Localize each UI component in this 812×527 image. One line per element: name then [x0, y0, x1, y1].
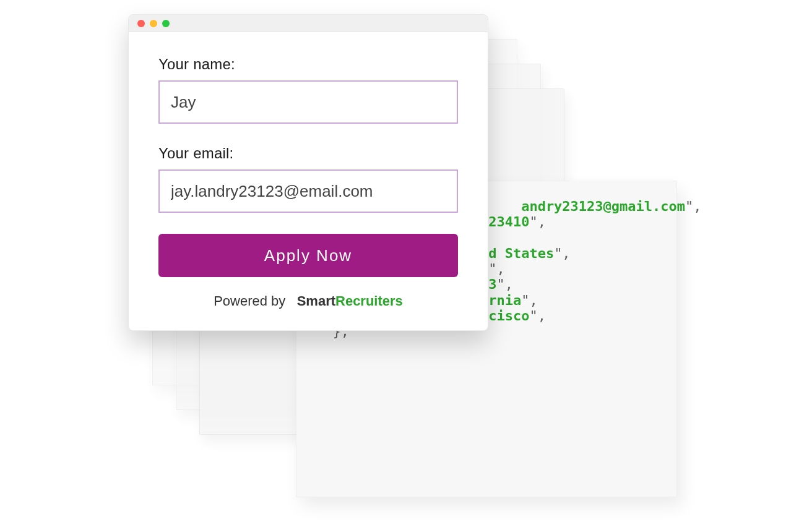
- powered-by-text: Powered by: [214, 293, 285, 309]
- application-form-window: Your name: Your email: Apply Now Powered…: [128, 14, 488, 331]
- powered-by-line: Powered by SmartRecruiters: [158, 293, 458, 309]
- zoom-icon[interactable]: [162, 20, 170, 27]
- name-label: Your name:: [158, 56, 458, 73]
- email-input[interactable]: [158, 169, 458, 213]
- window-titlebar: [129, 15, 488, 32]
- brand-logo: SmartRecruiters: [297, 293, 403, 309]
- minimize-icon[interactable]: [150, 20, 157, 27]
- apply-now-button[interactable]: Apply Now: [158, 234, 458, 277]
- close-icon[interactable]: [137, 20, 145, 27]
- name-input[interactable]: [158, 80, 458, 124]
- email-label: Your email:: [158, 145, 458, 162]
